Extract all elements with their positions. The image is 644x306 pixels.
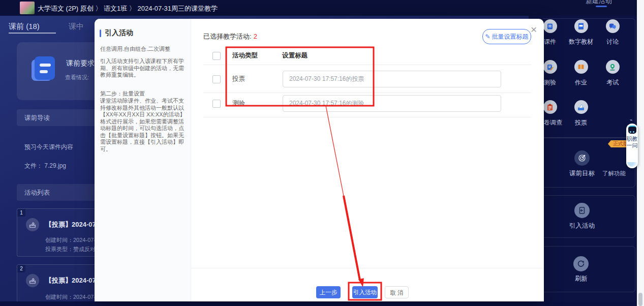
assistant-widget[interactable]: 职教一问: [626, 124, 638, 168]
guide-text: 预习今天课件内容: [24, 143, 73, 151]
requirement-title: 课前要求: [66, 59, 95, 68]
app-window: 课前 (18) 课中 课前要求 查看情况: 课前导读 预习今天课件内容 文件： …: [0, 0, 644, 306]
selected-count: 2: [252, 33, 257, 40]
scrollbar-track[interactable]: [637, 0, 644, 306]
tool-label: 投票: [565, 118, 597, 127]
tool-homework[interactable]: 作业: [565, 60, 597, 87]
activity-created: 创建时间：2024-07-: [45, 293, 96, 301]
requirement-status: 查看情况:: [65, 74, 89, 81]
batch-set-title-button[interactable]: ✎ 批量设置标题: [482, 29, 531, 44]
step-description: 课堂活动除课件、作业、考试不支持修改标题外其他活动一般默认以【XX年XX月XX日…: [100, 98, 186, 152]
tab-new-activity[interactable]: 新建活动: [586, 0, 612, 6]
activity-title: 【投票】2024-07-3: [45, 220, 102, 229]
refresh-label[interactable]: 刷新: [575, 274, 588, 283]
activity-type-line: 投票类型：赞成反对: [45, 246, 96, 253]
import-activity-label[interactable]: 引入活动: [569, 222, 595, 230]
activity-created: 创建时间：2024-07-: [45, 236, 96, 244]
robot-eye: [633, 131, 634, 133]
assistant-antenna-icon: ⌁: [630, 117, 632, 123]
modal-title: 引入活动: [105, 28, 133, 38]
table-divider: [203, 117, 531, 117]
tab-active-underline: [9, 33, 56, 34]
selected-label: 已选择教学活动:: [203, 33, 252, 40]
quiz-icon: [543, 60, 557, 74]
close-icon[interactable]: ×: [531, 24, 537, 35]
import-activity-icon[interactable]: [574, 203, 590, 218]
folder-icon: [29, 53, 56, 86]
row-type: 投票: [232, 75, 245, 83]
row-title-input[interactable]: [283, 71, 501, 87]
row-title-input[interactable]: [283, 95, 501, 112]
modal-description: 引入活动支持引入该课程下所有学期、所有班级中创建的活动，无需教师重复编辑。: [100, 58, 186, 79]
cancel-button[interactable]: 取 消: [385, 286, 409, 298]
activity-index-badge: 2: [17, 265, 25, 272]
tool-label: 考试: [597, 78, 628, 87]
goal-learn-more-link[interactable]: 了解功能: [602, 170, 626, 177]
import-activity-modal: 引入活动 任意调用.自由组合.二次调整 引入活动支持引入该课程下所有学期、所有班…: [95, 19, 544, 301]
pencil-icon: ✎: [485, 33, 490, 40]
course-thumbnail: [20, 2, 35, 14]
import-activity-card: [541, 195, 635, 238]
tab-in-class[interactable]: 课中: [69, 22, 84, 32]
prev-step-button[interactable]: 上一步: [316, 286, 341, 298]
tool-label: 讨论: [597, 38, 628, 46]
row-type: 测验: [232, 99, 245, 108]
courseware-icon: [543, 19, 557, 33]
scrollbar-thumb[interactable]: [638, 293, 642, 306]
file-text: 文件： 7.29.jpg: [24, 162, 66, 170]
activity-index-badge: 1: [17, 209, 25, 217]
table-divider: [203, 93, 531, 93]
selected-count-line: 已选择教学活动:2: [203, 32, 257, 41]
tool-digital-textbook[interactable]: 数字教材: [565, 19, 597, 46]
activity-title: 【投票】2024-07-3: [45, 276, 102, 285]
window-bottom-edge: [0, 301, 637, 306]
goal-label[interactable]: 课前目标: [569, 169, 595, 178]
modal-side-panel: 引入活动 任意调用.自由组合.二次调整 引入活动支持引入该课程下所有学期、所有班…: [95, 19, 191, 301]
tool-label: 作业: [565, 78, 597, 87]
digital-textbook-icon: [574, 19, 588, 33]
refresh-icon[interactable]: [573, 256, 589, 271]
tab-new-activity-underline: [596, 6, 607, 7]
robot-icon: [628, 126, 636, 134]
homework-icon: [574, 60, 588, 74]
tool-label: 数字教材: [565, 38, 597, 46]
step-title: 第二步：批量设置: [100, 90, 186, 98]
modal-subtitle: 任意调用.自由组合.二次调整: [100, 45, 170, 53]
vote-tool-icon: [574, 100, 588, 114]
tool-discussion[interactable]: 讨论: [597, 19, 628, 46]
assistant-wave-decoration: [627, 162, 637, 167]
tool-exam[interactable]: 考试: [597, 60, 628, 87]
assistant-label: 职教一问: [626, 136, 638, 149]
pre-class-goal-icon[interactable]: [574, 150, 590, 166]
vote-icon: [26, 274, 39, 287]
row-checkbox[interactable]: [212, 100, 221, 108]
refresh-card: [541, 246, 635, 292]
survey-icon: [543, 100, 557, 114]
batch-button-label: 批量设置标题: [492, 33, 529, 41]
column-header-title: 设置标题: [282, 51, 308, 60]
discussion-icon: [606, 19, 620, 33]
column-header-type: 活动类型: [232, 51, 258, 60]
title-accent-bar: [100, 29, 101, 37]
tool-vote[interactable]: 投票: [565, 100, 597, 127]
breadcrumb: 大学语文 (2P) 原创 〉 语文1班 〉 2024-07-31周三的课堂教学: [38, 4, 218, 13]
robot-eye: [630, 131, 631, 133]
vote-icon: [26, 218, 39, 231]
footer-divider: [191, 268, 544, 268]
exam-icon: [606, 60, 620, 74]
table-divider: [203, 65, 531, 65]
tab-before-class[interactable]: 课前 (18): [9, 22, 40, 32]
select-all-checkbox[interactable]: [212, 52, 221, 60]
row-checkbox[interactable]: [212, 75, 221, 83]
import-activity-button[interactable]: 引入活动: [352, 286, 378, 298]
